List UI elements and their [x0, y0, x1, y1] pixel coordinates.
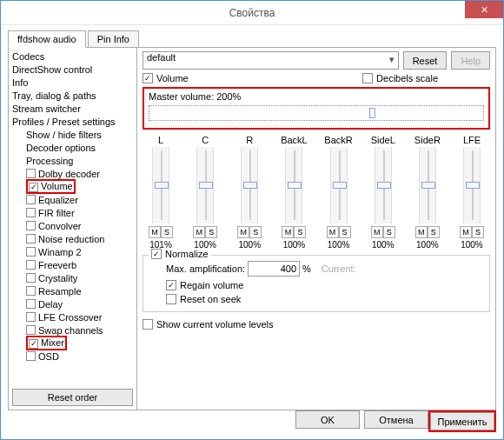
master-volume-thumb[interactable]: [369, 108, 375, 118]
mute-button[interactable]: M: [460, 226, 472, 238]
tree-item[interactable]: Processing: [10, 154, 135, 167]
channel-thumb[interactable]: [288, 182, 302, 189]
tree-item[interactable]: Tray, dialog & paths: [10, 89, 135, 102]
tree-label: Freeverb: [38, 260, 76, 270]
tree-checkbox[interactable]: [26, 325, 36, 335]
tree-checkbox[interactable]: [29, 183, 38, 192]
channel-slider[interactable]: [419, 147, 436, 223]
tree-checkbox[interactable]: [29, 339, 38, 349]
tree-checkbox[interactable]: [26, 351, 36, 361]
apply-button[interactable]: Применить: [430, 412, 494, 430]
solo-button[interactable]: S: [472, 226, 484, 238]
tree-item[interactable]: Winamp 2: [10, 245, 135, 258]
tree-item[interactable]: Volume: [10, 180, 135, 193]
tree-checkbox[interactable]: [26, 208, 36, 217]
tree-item[interactable]: Decoder options: [10, 141, 135, 154]
decibels-label: Decibels scale: [376, 73, 438, 83]
tree-item[interactable]: Freeverb: [10, 258, 135, 271]
tree-item[interactable]: FIR filter: [10, 206, 135, 219]
channel-thumb[interactable]: [333, 182, 347, 189]
cancel-button[interactable]: Отмена: [364, 410, 428, 429]
channel-thumb[interactable]: [466, 182, 480, 189]
tree-item[interactable]: Codecs: [10, 50, 135, 63]
channel-slider[interactable]: [463, 147, 481, 223]
mute-button[interactable]: M: [237, 226, 249, 238]
titlebar: Свойства ✕: [1, 1, 503, 25]
channel-backl: BackLMS100%: [275, 135, 312, 250]
channel-thumb[interactable]: [155, 182, 169, 189]
tree-item[interactable]: Resample: [10, 284, 135, 297]
channel-slider[interactable]: [330, 147, 348, 223]
tab-ffdshow-audio[interactable]: ffdshow audio: [8, 30, 86, 48]
tree-checkbox[interactable]: [26, 169, 36, 178]
ms-buttons: MS: [409, 226, 446, 238]
preset-row: default Reset Help: [143, 51, 490, 70]
solo-button[interactable]: S: [249, 226, 262, 238]
tree-item[interactable]: Delay: [10, 297, 135, 310]
tree-checkbox[interactable]: [26, 221, 36, 230]
tree-item[interactable]: DirectShow control: [10, 63, 135, 76]
filter-tree[interactable]: CodecsDirectShow controlInfoTray, dialog…: [10, 50, 135, 386]
channel-thumb[interactable]: [377, 182, 391, 189]
master-volume-slider[interactable]: [149, 105, 484, 121]
channel-slider[interactable]: [152, 147, 169, 223]
tree-item[interactable]: Equalizer: [10, 193, 135, 206]
solo-button[interactable]: S: [339, 226, 351, 238]
channel-thumb[interactable]: [243, 182, 257, 189]
normalize-checkbox[interactable]: [151, 249, 162, 259]
help-button[interactable]: Help: [451, 51, 490, 70]
decibels-checkbox[interactable]: [362, 73, 373, 83]
mute-button[interactable]: M: [327, 226, 339, 238]
tree-item[interactable]: Show / hide filters: [10, 128, 135, 141]
show-levels-checkbox[interactable]: [143, 319, 153, 330]
tab-pin-info[interactable]: Pin Info: [88, 30, 139, 48]
channel-label: BackR: [321, 135, 357, 145]
solo-button[interactable]: S: [383, 226, 395, 238]
tree-checkbox[interactable]: [26, 286, 36, 296]
tree-checkbox[interactable]: [26, 195, 36, 204]
channel-slider[interactable]: [196, 147, 214, 223]
tree-item[interactable]: Dolby decoder: [10, 167, 135, 180]
tree-item[interactable]: Profiles / Preset settings: [10, 115, 135, 128]
channel-thumb[interactable]: [199, 182, 213, 189]
tree-item[interactable]: Info: [10, 76, 135, 89]
ok-button[interactable]: OK: [295, 410, 360, 429]
channel-slider[interactable]: [375, 147, 392, 223]
reset-button[interactable]: Reset: [403, 51, 448, 70]
solo-button[interactable]: S: [294, 226, 306, 238]
channel-value: 100%: [321, 240, 357, 250]
tree-item[interactable]: Mixer: [10, 337, 135, 350]
tree-item[interactable]: Crystality: [10, 271, 135, 284]
tree-item[interactable]: Noise reduction: [10, 232, 135, 245]
volume-checkbox[interactable]: [143, 73, 153, 83]
channel-slider[interactable]: [241, 147, 258, 223]
reset-order-button[interactable]: Reset order: [12, 389, 133, 406]
solo-button[interactable]: S: [205, 226, 217, 238]
mute-button[interactable]: M: [282, 226, 294, 238]
solo-button[interactable]: S: [428, 226, 440, 238]
reset-seek-checkbox[interactable]: [166, 294, 176, 304]
tree-checkbox[interactable]: [26, 260, 36, 270]
preset-select[interactable]: default: [143, 51, 399, 70]
tree-checkbox[interactable]: [26, 234, 36, 243]
tree-checkbox[interactable]: [26, 273, 36, 283]
mute-button[interactable]: M: [193, 226, 205, 238]
solo-button[interactable]: S: [161, 226, 173, 238]
tree-checkbox[interactable]: [26, 312, 36, 322]
tree-item[interactable]: Convolver: [10, 219, 135, 232]
tree-checkbox[interactable]: [26, 299, 36, 309]
tree-item[interactable]: OSD: [10, 350, 135, 363]
tree-checkbox[interactable]: [26, 247, 36, 257]
tree-item[interactable]: Swap channels: [10, 323, 135, 337]
mute-button[interactable]: M: [415, 226, 428, 238]
mute-button[interactable]: M: [149, 226, 161, 238]
max-amp-input[interactable]: [248, 261, 300, 277]
tree-item[interactable]: LFE Crossover: [10, 310, 135, 323]
mute-button[interactable]: M: [371, 226, 383, 238]
tree-label: Info: [12, 77, 28, 88]
channel-thumb[interactable]: [421, 182, 435, 189]
tree-item[interactable]: Stream switcher: [10, 102, 135, 115]
regain-checkbox[interactable]: [166, 280, 176, 290]
channel-slider[interactable]: [285, 147, 302, 223]
close-button[interactable]: ✕: [465, 1, 503, 18]
